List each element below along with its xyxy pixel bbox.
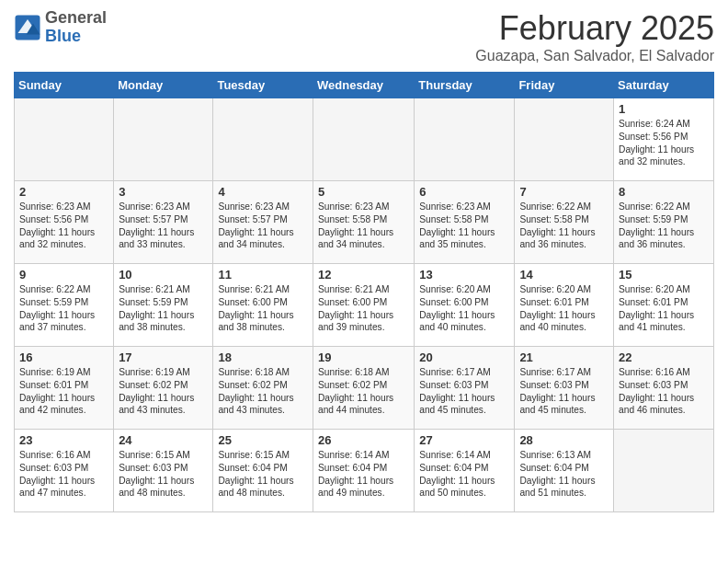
calendar-cell: 2Sunrise: 6:23 AM Sunset: 5:56 PM Daylig… <box>15 181 114 264</box>
title-section: February 2025 Guazapa, San Salvador, El … <box>475 9 714 64</box>
day-number: 28 <box>519 433 609 447</box>
calendar-cell: 14Sunrise: 6:20 AM Sunset: 6:01 PM Dayli… <box>515 264 614 347</box>
day-number: 16 <box>19 350 108 364</box>
day-info: Sunrise: 6:21 AM Sunset: 5:59 PM Dayligh… <box>119 283 208 334</box>
month-title: February 2025 <box>475 9 714 48</box>
day-number: 12 <box>318 268 409 282</box>
calendar-cell: 10Sunrise: 6:21 AM Sunset: 5:59 PM Dayli… <box>114 264 213 347</box>
day-number: 10 <box>119 268 208 282</box>
day-number: 17 <box>119 350 208 364</box>
day-info: Sunrise: 6:23 AM Sunset: 5:57 PM Dayligh… <box>119 201 208 251</box>
calendar-cell: 8Sunrise: 6:22 AM Sunset: 5:59 PM Daylig… <box>614 181 714 264</box>
day-info: Sunrise: 6:23 AM Sunset: 5:58 PM Dayligh… <box>318 201 409 251</box>
day-number: 14 <box>519 268 609 282</box>
calendar-header: SundayMondayTuesdayWednesdayThursdayFrid… <box>15 73 714 98</box>
day-number: 1 <box>619 102 709 116</box>
calendar-cell <box>213 98 313 181</box>
day-number: 18 <box>218 350 308 364</box>
day-info: Sunrise: 6:24 AM Sunset: 5:56 PM Dayligh… <box>619 118 709 168</box>
day-info: Sunrise: 6:19 AM Sunset: 6:01 PM Dayligh… <box>19 366 108 417</box>
day-info: Sunrise: 6:14 AM Sunset: 6:04 PM Dayligh… <box>318 449 409 500</box>
day-info: Sunrise: 6:17 AM Sunset: 6:03 PM Dayligh… <box>419 366 509 417</box>
calendar-cell: 26Sunrise: 6:14 AM Sunset: 6:04 PM Dayli… <box>313 430 415 512</box>
day-info: Sunrise: 6:16 AM Sunset: 6:03 PM Dayligh… <box>619 366 709 417</box>
day-number: 13 <box>419 268 509 282</box>
calendar-week-5: 23Sunrise: 6:16 AM Sunset: 6:03 PM Dayli… <box>15 430 714 512</box>
weekday-header-friday: Friday <box>515 73 614 98</box>
calendar-body: 1Sunrise: 6:24 AM Sunset: 5:56 PM Daylig… <box>15 98 714 512</box>
day-number: 23 <box>19 433 108 447</box>
day-number: 8 <box>619 185 709 199</box>
day-number: 5 <box>318 185 409 199</box>
calendar-week-1: 1Sunrise: 6:24 AM Sunset: 5:56 PM Daylig… <box>15 98 714 181</box>
weekday-row: SundayMondayTuesdayWednesdayThursdayFrid… <box>15 73 714 98</box>
day-info: Sunrise: 6:20 AM Sunset: 6:00 PM Dayligh… <box>419 283 509 334</box>
calendar-cell <box>415 98 515 181</box>
day-info: Sunrise: 6:20 AM Sunset: 6:01 PM Dayligh… <box>619 283 709 334</box>
calendar-week-4: 16Sunrise: 6:19 AM Sunset: 6:01 PM Dayli… <box>15 347 714 430</box>
calendar-cell <box>614 430 714 512</box>
day-number: 7 <box>519 185 609 199</box>
calendar-cell: 9Sunrise: 6:22 AM Sunset: 5:59 PM Daylig… <box>15 264 114 347</box>
day-number: 2 <box>19 185 108 199</box>
day-number: 21 <box>519 350 609 364</box>
day-info: Sunrise: 6:16 AM Sunset: 6:03 PM Dayligh… <box>19 449 108 500</box>
day-number: 6 <box>419 185 509 199</box>
day-info: Sunrise: 6:13 AM Sunset: 6:04 PM Dayligh… <box>519 449 609 500</box>
page-container: General Blue February 2025 Guazapa, San … <box>0 0 728 522</box>
day-number: 25 <box>218 433 308 447</box>
logo-general: General <box>45 9 107 28</box>
calendar-table: SundayMondayTuesdayWednesdayThursdayFrid… <box>14 72 714 512</box>
day-info: Sunrise: 6:21 AM Sunset: 6:00 PM Dayligh… <box>318 283 409 334</box>
calendar-cell: 1Sunrise: 6:24 AM Sunset: 5:56 PM Daylig… <box>614 98 714 181</box>
calendar-cell <box>313 98 415 181</box>
weekday-header-monday: Monday <box>114 73 213 98</box>
day-info: Sunrise: 6:22 AM Sunset: 5:58 PM Dayligh… <box>519 201 609 251</box>
calendar-cell: 24Sunrise: 6:15 AM Sunset: 6:03 PM Dayli… <box>114 430 213 512</box>
day-info: Sunrise: 6:19 AM Sunset: 6:02 PM Dayligh… <box>119 366 208 417</box>
day-number: 20 <box>419 350 509 364</box>
day-number: 26 <box>318 433 409 447</box>
calendar-cell: 6Sunrise: 6:23 AM Sunset: 5:58 PM Daylig… <box>415 181 515 264</box>
day-number: 11 <box>218 268 308 282</box>
calendar-week-3: 9Sunrise: 6:22 AM Sunset: 5:59 PM Daylig… <box>15 264 714 347</box>
calendar-cell: 20Sunrise: 6:17 AM Sunset: 6:03 PM Dayli… <box>415 347 515 430</box>
day-info: Sunrise: 6:23 AM Sunset: 5:56 PM Dayligh… <box>19 201 108 251</box>
calendar-cell: 25Sunrise: 6:15 AM Sunset: 6:04 PM Dayli… <box>213 430 313 512</box>
weekday-header-saturday: Saturday <box>614 73 714 98</box>
day-number: 19 <box>318 350 409 364</box>
calendar-cell: 28Sunrise: 6:13 AM Sunset: 6:04 PM Dayli… <box>515 430 614 512</box>
calendar-cell: 23Sunrise: 6:16 AM Sunset: 6:03 PM Dayli… <box>15 430 114 512</box>
calendar-cell <box>15 98 114 181</box>
day-info: Sunrise: 6:21 AM Sunset: 6:00 PM Dayligh… <box>218 283 308 334</box>
day-number: 9 <box>19 268 108 282</box>
day-number: 22 <box>619 350 709 364</box>
day-number: 27 <box>419 433 509 447</box>
weekday-header-wednesday: Wednesday <box>313 73 415 98</box>
calendar-cell: 16Sunrise: 6:19 AM Sunset: 6:01 PM Dayli… <box>15 347 114 430</box>
day-number: 15 <box>619 268 709 282</box>
day-info: Sunrise: 6:18 AM Sunset: 6:02 PM Dayligh… <box>318 366 409 417</box>
calendar-cell: 13Sunrise: 6:20 AM Sunset: 6:00 PM Dayli… <box>415 264 515 347</box>
location: Guazapa, San Salvador, El Salvador <box>475 48 714 64</box>
calendar-cell: 5Sunrise: 6:23 AM Sunset: 5:58 PM Daylig… <box>313 181 415 264</box>
calendar-cell <box>114 98 213 181</box>
calendar-cell: 19Sunrise: 6:18 AM Sunset: 6:02 PM Dayli… <box>313 347 415 430</box>
calendar-cell: 17Sunrise: 6:19 AM Sunset: 6:02 PM Dayli… <box>114 347 213 430</box>
calendar-cell: 21Sunrise: 6:17 AM Sunset: 6:03 PM Dayli… <box>515 347 614 430</box>
day-info: Sunrise: 6:23 AM Sunset: 5:57 PM Dayligh… <box>218 201 308 251</box>
calendar-cell: 15Sunrise: 6:20 AM Sunset: 6:01 PM Dayli… <box>614 264 714 347</box>
day-info: Sunrise: 6:22 AM Sunset: 5:59 PM Dayligh… <box>19 283 108 334</box>
calendar-cell: 4Sunrise: 6:23 AM Sunset: 5:57 PM Daylig… <box>213 181 313 264</box>
calendar-cell: 22Sunrise: 6:16 AM Sunset: 6:03 PM Dayli… <box>614 347 714 430</box>
day-info: Sunrise: 6:22 AM Sunset: 5:59 PM Dayligh… <box>619 201 709 251</box>
day-info: Sunrise: 6:23 AM Sunset: 5:58 PM Dayligh… <box>419 201 509 251</box>
logo-blue-text: Blue <box>45 28 107 46</box>
weekday-header-thursday: Thursday <box>415 73 515 98</box>
day-info: Sunrise: 6:15 AM Sunset: 6:03 PM Dayligh… <box>119 449 208 500</box>
weekday-header-sunday: Sunday <box>15 73 114 98</box>
day-info: Sunrise: 6:18 AM Sunset: 6:02 PM Dayligh… <box>218 366 308 417</box>
day-info: Sunrise: 6:14 AM Sunset: 6:04 PM Dayligh… <box>419 449 509 500</box>
day-number: 24 <box>119 433 208 447</box>
calendar-cell: 27Sunrise: 6:14 AM Sunset: 6:04 PM Dayli… <box>415 430 515 512</box>
